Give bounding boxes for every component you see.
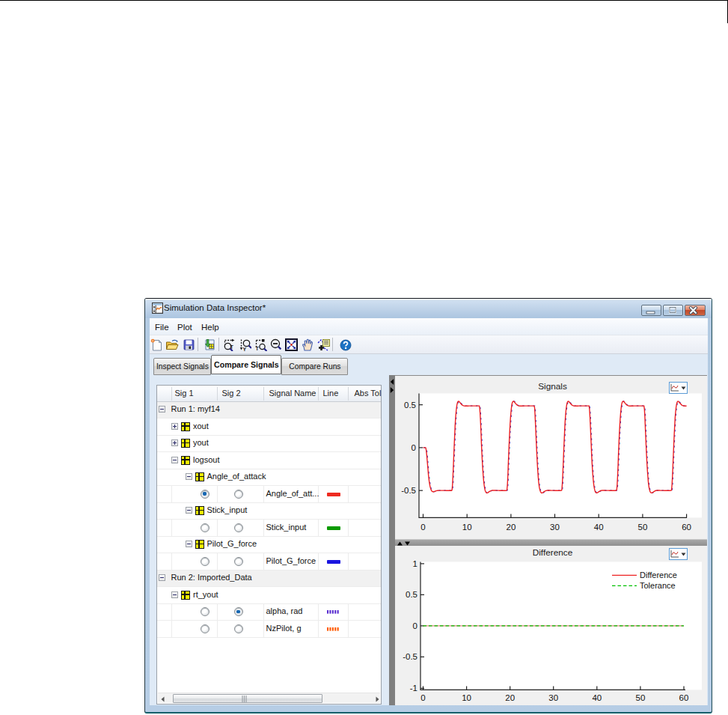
svg-text:Signals: Signals (539, 381, 568, 392)
svg-text:-0.5: -0.5 (402, 486, 417, 495)
svg-text:0: 0 (413, 621, 417, 630)
svg-text:30: 30 (550, 523, 560, 532)
svg-text:Difference: Difference (533, 547, 573, 558)
svg-text:60: 60 (679, 693, 689, 702)
svg-text:0: 0 (412, 443, 416, 452)
svg-text:10: 10 (462, 693, 472, 702)
svg-text:40: 40 (594, 523, 604, 532)
svg-text:1: 1 (413, 559, 417, 568)
svg-text:0: 0 (421, 523, 426, 532)
svg-text:50: 50 (638, 523, 648, 532)
svg-text:60: 60 (682, 523, 692, 532)
svg-text:0: 0 (421, 693, 426, 702)
svg-text:10: 10 (462, 523, 472, 532)
svg-text:20: 20 (506, 693, 516, 702)
svg-text:Difference: Difference (640, 571, 677, 579)
svg-text:0.5: 0.5 (406, 590, 417, 599)
svg-text:-0.5: -0.5 (403, 652, 418, 661)
svg-text:-1: -1 (410, 684, 417, 693)
svg-text:50: 50 (636, 693, 646, 702)
svg-text:40: 40 (593, 693, 602, 702)
svg-text:Y: Y (242, 347, 246, 352)
svg-text:0.5: 0.5 (404, 401, 416, 410)
svg-text:20: 20 (507, 523, 516, 532)
svg-text:Tolerance: Tolerance (640, 581, 676, 590)
svg-text:T: T (230, 344, 234, 350)
svg-text:T: T (255, 346, 259, 351)
svg-text:30: 30 (549, 693, 559, 702)
